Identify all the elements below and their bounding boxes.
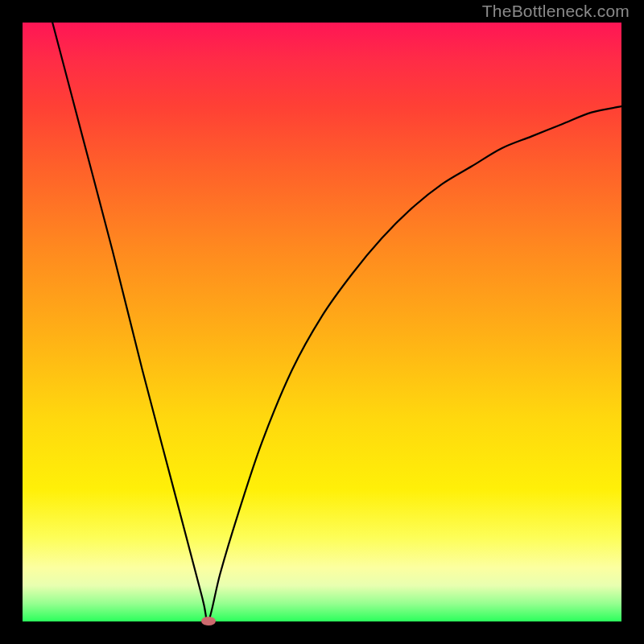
- watermark-text: TheBottleneck.com: [482, 2, 630, 21]
- chart-frame: TheBottleneck.com: [0, 0, 644, 644]
- plot-area: [23, 23, 621, 621]
- bottleneck-curve: [23, 23, 621, 621]
- minimum-marker: [201, 617, 216, 625]
